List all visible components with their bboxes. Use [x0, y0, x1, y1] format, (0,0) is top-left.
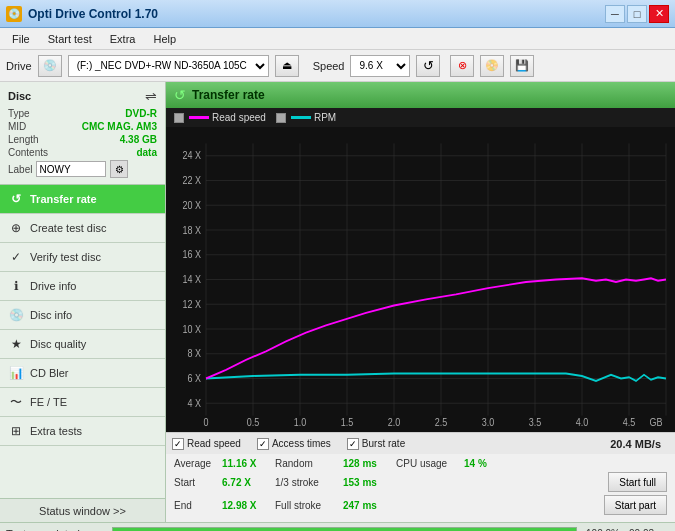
svg-text:20 X: 20 X — [183, 199, 202, 211]
nav-cd-bler[interactable]: 📊 CD Bler — [0, 359, 165, 388]
nav-transfer-rate[interactable]: ↺ Transfer rate — [0, 185, 165, 214]
stroke2-value: 247 ms — [343, 500, 388, 511]
bottom-bar: Test completed 100.0% 00:03 — [0, 522, 675, 531]
svg-text:2.0: 2.0 — [388, 416, 401, 428]
svg-text:18 X: 18 X — [183, 224, 202, 236]
cpu-value: 14 % — [464, 458, 499, 469]
svg-text:4.0: 4.0 — [576, 416, 589, 428]
burst-rate-checkbox[interactable]: ✓ — [347, 438, 359, 450]
nav-verify-test-disc[interactable]: ✓ Verify test disc — [0, 243, 165, 272]
maximize-button[interactable]: □ — [627, 5, 647, 23]
left-panel: Disc ⇌ Type DVD-R MID CMC MAG. AM3 Lengt… — [0, 82, 166, 522]
menu-bar: File Start test Extra Help — [0, 28, 675, 50]
nav-disc-info[interactable]: 💿 Disc info — [0, 301, 165, 330]
drive-icon-btn[interactable]: 💿 — [38, 55, 62, 77]
read-speed-check-item[interactable]: ✓ Read speed — [172, 438, 241, 450]
nav-create-test-disc[interactable]: ⊕ Create test disc — [0, 214, 165, 243]
stroke2-label: Full stroke — [275, 500, 335, 511]
svg-text:4.5: 4.5 — [623, 416, 636, 428]
svg-text:0.5: 0.5 — [247, 416, 260, 428]
stats-row-end: End 12.98 X Full stroke 247 ms Start par… — [174, 495, 667, 515]
cpu-label: CPU usage — [396, 458, 456, 469]
save-button[interactable]: 💾 — [510, 55, 534, 77]
nav-drive-info[interactable]: ℹ Drive info — [0, 272, 165, 301]
disc-label-input[interactable] — [36, 161, 106, 177]
read-speed-checkbox[interactable]: ✓ — [172, 438, 184, 450]
chart-legend: Read speed RPM — [166, 108, 675, 127]
drive-bar: Drive 💿 (F:) _NEC DVD+-RW ND-3650A 105C … — [0, 50, 675, 82]
nav-fe-te-label: FE / TE — [30, 396, 67, 408]
nav-disc-quality[interactable]: ★ Disc quality — [0, 330, 165, 359]
drive-select[interactable]: (F:) _NEC DVD+-RW ND-3650A 105C — [68, 55, 269, 77]
legend-rpm-check — [276, 113, 286, 123]
progress-fill — [113, 528, 576, 532]
start-part-button[interactable]: Start part — [604, 495, 667, 515]
drive-label: Drive — [6, 60, 32, 72]
cd-bler-icon: 📊 — [8, 365, 24, 381]
legend-rpm-color — [291, 116, 311, 119]
disc-label-icon-btn[interactable]: ⚙ — [110, 160, 128, 178]
menu-extra[interactable]: Extra — [102, 31, 144, 47]
nav-drive-info-label: Drive info — [30, 280, 76, 292]
fe-te-icon: 〜 — [8, 394, 24, 410]
stroke1-value: 153 ms — [343, 477, 388, 488]
disc-mid-value: CMC MAG. AM3 — [82, 121, 157, 132]
end-value: 12.98 X — [222, 500, 267, 511]
transfer-rate-icon: ↺ — [8, 191, 24, 207]
nav-fe-te[interactable]: 〜 FE / TE — [0, 388, 165, 417]
bottom-status-text: Test completed — [6, 528, 106, 532]
speed-select[interactable]: 9.6 X — [350, 55, 410, 77]
drive-info-icon: ℹ — [8, 278, 24, 294]
random-value: 128 ms — [343, 458, 388, 469]
burst-rate-check-label: Burst rate — [362, 438, 405, 449]
eject-button[interactable]: ⏏ — [275, 55, 299, 77]
stats-row-average: Average 11.16 X Random 128 ms CPU usage … — [174, 458, 667, 469]
svg-text:3.5: 3.5 — [529, 416, 542, 428]
svg-text:22 X: 22 X — [183, 174, 202, 186]
svg-text:2.5: 2.5 — [435, 416, 448, 428]
status-window-button[interactable]: Status window >> — [0, 498, 165, 522]
title-bar: 💿 Opti Drive Control 1.70 ─ □ ✕ — [0, 0, 675, 28]
disc-contents-value: data — [136, 147, 157, 158]
disc-label-label: Label — [8, 164, 32, 175]
media-button[interactable]: 📀 — [480, 55, 504, 77]
chart-svg: 24 X 22 X 20 X 18 X 16 X 14 X 12 X 10 X … — [166, 131, 675, 428]
create-test-disc-icon: ⊕ — [8, 220, 24, 236]
menu-help[interactable]: Help — [145, 31, 184, 47]
app-icon: 💿 — [6, 6, 22, 22]
disc-type-value: DVD-R — [125, 108, 157, 119]
disc-info-panel: Disc ⇌ Type DVD-R MID CMC MAG. AM3 Lengt… — [0, 82, 165, 185]
main-area: Disc ⇌ Type DVD-R MID CMC MAG. AM3 Lengt… — [0, 82, 675, 522]
disc-contents-label: Contents — [8, 147, 48, 158]
access-times-check-label: Access times — [272, 438, 331, 449]
access-times-check-item[interactable]: ✓ Access times — [257, 438, 331, 450]
menu-start-test[interactable]: Start test — [40, 31, 100, 47]
chart-controls: ✓ Read speed ✓ Access times ✓ Burst rate… — [166, 432, 675, 454]
disc-length-value: 4.38 GB — [120, 134, 157, 145]
sidebar-nav: ↺ Transfer rate ⊕ Create test disc ✓ Ver… — [0, 185, 165, 498]
disc-info-icon: 💿 — [8, 307, 24, 323]
nav-extra-tests[interactable]: ⊞ Extra tests — [0, 417, 165, 446]
close-button[interactable]: ✕ — [649, 5, 669, 23]
start-full-button[interactable]: Start full — [608, 472, 667, 492]
speed-refresh-button[interactable]: ↺ — [416, 55, 440, 77]
minimize-button[interactable]: ─ — [605, 5, 625, 23]
burst-rate-check-item[interactable]: ✓ Burst rate — [347, 438, 405, 450]
access-times-checkbox[interactable]: ✓ — [257, 438, 269, 450]
menu-file[interactable]: File — [4, 31, 38, 47]
disc-arrow-icon[interactable]: ⇌ — [145, 88, 157, 104]
svg-text:1.5: 1.5 — [341, 416, 354, 428]
legend-read-speed: Read speed — [174, 112, 266, 123]
nav-cd-bler-label: CD Bler — [30, 367, 69, 379]
nav-transfer-rate-label: Transfer rate — [30, 193, 97, 205]
erase-button[interactable]: ⊗ — [450, 55, 474, 77]
stroke1-label: 1/3 stroke — [275, 477, 335, 488]
start-label: Start — [174, 477, 214, 488]
nav-create-test-disc-label: Create test disc — [30, 222, 106, 234]
svg-text:GB: GB — [650, 416, 663, 428]
svg-text:14 X: 14 X — [183, 273, 202, 285]
nav-verify-test-disc-label: Verify test disc — [30, 251, 101, 263]
svg-text:10 X: 10 X — [183, 323, 202, 335]
disc-length-label: Length — [8, 134, 39, 145]
chart-title: Transfer rate — [192, 88, 265, 102]
